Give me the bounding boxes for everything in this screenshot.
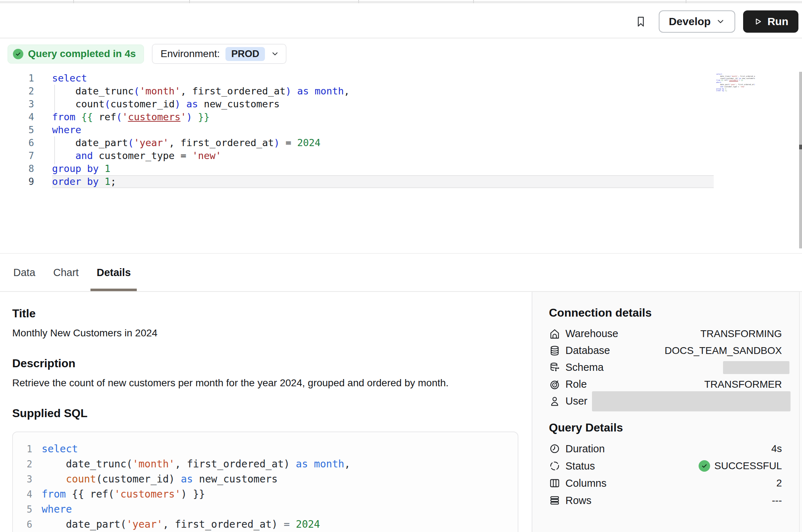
detail-row-role: RoleTRANSFORMER — [549, 376, 782, 393]
detail-row-label: Warehouse — [565, 328, 618, 340]
environment-dropdown[interactable]: Environment: PROD — [152, 44, 286, 64]
results-tabs: DataChartDetails — [0, 253, 802, 292]
code-text: select — [42, 442, 78, 457]
code-line: 3 count(customer_id) as new_customers — [16, 472, 518, 487]
query-details-heading: Query Details — [549, 421, 782, 434]
code-line: 2 date_trunc('month', first_ordered_at) … — [0, 85, 714, 98]
sql-editor[interactable]: 1select2 date_trunc('month', first_order… — [0, 72, 714, 188]
title-value: Monthly New Customers in 2024 — [12, 327, 519, 339]
code-line: 3 count(customer_id) as new_customers — [0, 98, 714, 111]
code-text: where — [42, 502, 72, 517]
detail-row-warehouse: WarehouseTRANSFORMING — [549, 325, 782, 342]
code-text: from {{ ref('customers') }} — [42, 487, 205, 502]
tab-details[interactable]: Details — [97, 254, 131, 291]
develop-menu-button[interactable]: Develop — [659, 10, 735, 33]
detail-row-columns: Columns2 — [549, 475, 782, 492]
code-text: group by 1 — [52, 162, 714, 175]
bookmark-icon — [635, 14, 647, 29]
connection-details-heading: Connection details — [549, 306, 782, 319]
run-button-label: Run — [768, 15, 788, 28]
query-status-row: Query completed in 4s Environment: PROD — [8, 44, 286, 64]
redacted-value — [723, 361, 789, 374]
rows-icon — [549, 495, 560, 506]
tab-chart[interactable]: Chart — [53, 254, 79, 291]
user-icon — [549, 396, 560, 407]
play-icon — [753, 17, 763, 26]
tab-divider — [358, 0, 359, 3]
code-line: 7 and customer_type = 'new' — [0, 149, 714, 162]
line-number: 5 — [0, 123, 52, 136]
tab-divider — [473, 0, 474, 3]
code-text: from {{ ref('customers') }} — [52, 111, 714, 123]
bookmark-button[interactable] — [634, 14, 648, 29]
detail-row-label: Database — [565, 345, 610, 356]
details-left-column: Title Monthly New Customers in 2024 Desc… — [0, 292, 532, 532]
develop-button-label: Develop — [669, 15, 711, 28]
environment-value-chip: PROD — [225, 47, 265, 61]
details-pane: Title Monthly New Customers in 2024 Desc… — [0, 292, 802, 532]
connection-details-rows: WarehouseTRANSFORMINGDatabaseDOCS_TEAM_S… — [549, 325, 782, 410]
code-line: 6 date_part('year', first_ordered_at) = … — [0, 136, 714, 149]
detail-row-label: Duration — [565, 443, 605, 455]
database-icon — [549, 345, 560, 356]
detail-row-value — [723, 361, 782, 374]
query-details-rows: Duration4sStatusSUCCESSFULColumns2Rows--… — [549, 440, 782, 509]
detail-row-label: Role — [565, 378, 587, 390]
detail-row-rows: Rows--- — [549, 492, 782, 509]
tab-data[interactable]: Data — [13, 254, 35, 291]
detail-row-value: DOCS_TEAM_SANDBOX — [665, 345, 782, 356]
line-number: 2 — [0, 85, 52, 98]
detail-row-label: Status — [565, 460, 595, 472]
code-line: 4from {{ ref('customers') }} — [0, 111, 714, 123]
line-number: 2 — [16, 457, 42, 472]
detail-row-value: 2 — [776, 477, 782, 489]
detail-row-user: User — [549, 393, 782, 410]
detail-row-label: Rows — [565, 495, 592, 507]
detail-row-value: 4s — [771, 443, 782, 454]
line-number: 3 — [16, 472, 42, 487]
detail-row-schema: Schema — [549, 359, 782, 376]
code-text: order by 1; — [52, 175, 714, 188]
tab-divider — [189, 0, 190, 3]
detail-row-value: SUCCESSFUL — [699, 460, 782, 472]
run-button[interactable]: Run — [743, 10, 798, 33]
code-line: 5where — [16, 502, 518, 517]
description-heading: Description — [12, 357, 519, 370]
code-line: 2 date_trunc('month', first_ordered_at) … — [16, 457, 518, 472]
code-text: date_part('year', first_ordered_at) = 20… — [42, 517, 320, 532]
code-text: date_trunc('month', first_ordered_at) as… — [52, 85, 714, 98]
app-window: Develop Run Query completed i — [0, 0, 802, 532]
line-number: 6 — [16, 517, 42, 532]
line-number: 1 — [0, 72, 52, 85]
detail-row-value — [592, 391, 782, 411]
code-line: 6 date_part('year', first_ordered_at) = … — [16, 517, 518, 532]
code-text: date_trunc('month', first_ordered_at) as… — [42, 457, 350, 472]
detail-row-label: User — [565, 395, 587, 407]
success-check-icon — [699, 460, 710, 472]
code-text: select — [52, 72, 714, 85]
editor-minimap[interactable]: select date_trunc('month', first_ordered… — [716, 73, 755, 92]
detail-row-value: TRANSFORMING — [700, 328, 782, 340]
supplied-sql-heading: Supplied SQL — [12, 407, 519, 420]
panel-scrollbar-track[interactable] — [799, 292, 800, 532]
line-number: 9 — [0, 175, 52, 188]
query-status-text: Query completed in 4s — [28, 48, 136, 60]
code-line: 1select — [16, 442, 518, 457]
detail-row-database: DatabaseDOCS_TEAM_SANDBOX — [549, 342, 782, 359]
editor-scrollbar-thumb[interactable] — [799, 145, 802, 149]
redacted-value — [592, 391, 791, 411]
code-text: and customer_type = 'new' — [52, 149, 714, 162]
code-text: count(customer_id) as new_customers — [42, 472, 278, 487]
toolbar: Develop Run — [0, 5, 802, 38]
line-number: 3 — [0, 98, 52, 111]
code-text: date_part('year', first_ordered_at) = 20… — [52, 136, 714, 149]
chevron-down-icon — [716, 17, 725, 26]
environment-label: Environment: — [160, 48, 220, 60]
title-heading: Title — [12, 307, 519, 320]
line-number: 7 — [0, 149, 52, 162]
detail-row-label: Schema — [565, 361, 603, 373]
editor-scrollbar[interactable] — [799, 72, 802, 248]
line-number: 1 — [16, 442, 42, 457]
detail-row-value: --- — [772, 495, 782, 506]
detail-row-status: StatusSUCCESSFUL — [549, 457, 782, 475]
